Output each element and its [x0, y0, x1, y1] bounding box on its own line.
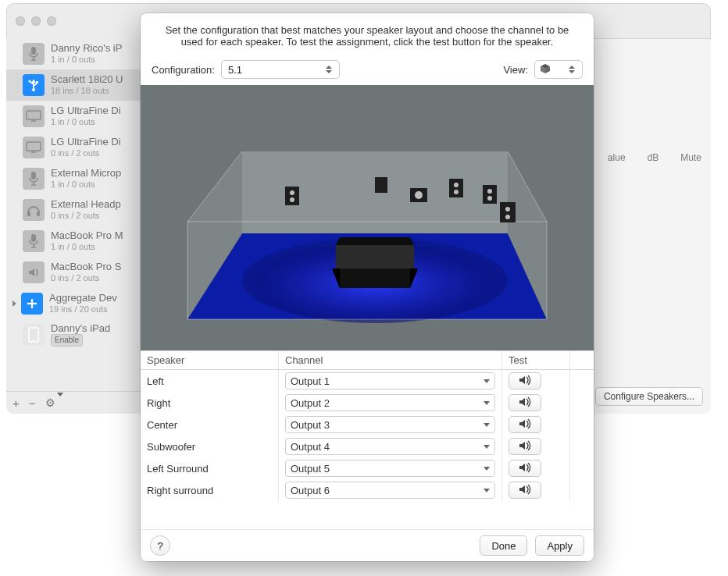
svg-rect-13	[31, 172, 36, 180]
svg-marker-33	[336, 245, 414, 268]
svg-point-44	[505, 215, 510, 219]
svg-rect-18	[31, 234, 36, 242]
channel-value: Output 3	[291, 419, 330, 431]
svg-point-38	[290, 197, 294, 202]
svg-rect-9	[27, 111, 41, 119]
device-name: External Headp	[51, 199, 121, 211]
speaker-name: Subwoofer	[141, 436, 279, 457]
speaker-center-icon	[375, 177, 387, 193]
device-io: 1 in / 0 outs	[51, 242, 123, 252]
apply-button[interactable]: Apply	[535, 535, 584, 556]
configuration-label: Configuration:	[152, 64, 215, 76]
ipad-icon	[23, 324, 45, 346]
chevron-down-icon	[484, 423, 490, 427]
channel-select[interactable]: Output 5	[285, 460, 495, 477]
chevron-right-icon[interactable]	[12, 300, 16, 307]
device-io: 0 ins / 2 outs	[51, 148, 121, 158]
speaker-name: Right surround	[141, 479, 279, 501]
speaker-layout-3d-view[interactable]	[141, 85, 594, 350]
channel-columns: alue dB Mute	[608, 152, 701, 169]
sound-icon	[518, 418, 532, 432]
configure-speakers-button[interactable]: Configure Speakers...	[595, 387, 703, 406]
channel-select[interactable]: Output 3	[285, 416, 495, 433]
svg-point-37	[290, 190, 294, 195]
plus-icon	[21, 293, 43, 315]
couch-icon	[332, 237, 418, 288]
svg-point-45	[415, 191, 423, 199]
channel-value: Output 1	[291, 375, 330, 387]
test-speaker-button[interactable]	[509, 438, 541, 455]
device-io: 0 ins / 2 outs	[51, 211, 121, 221]
configuration-value: 5.1	[228, 64, 242, 76]
svg-point-40	[454, 190, 459, 194]
sound-icon	[518, 375, 532, 388]
speaker-name: Left	[141, 370, 279, 393]
device-name: Danny Rico's iP	[51, 43, 122, 55]
chevron-down-icon	[484, 489, 490, 492]
device-name: Aggregate Dev	[49, 293, 117, 304]
chevron-down-icon	[484, 445, 490, 449]
configuration-select[interactable]: 5.1	[221, 60, 340, 79]
column-speaker[interactable]: Speaker	[141, 351, 279, 370]
display-icon	[23, 105, 45, 127]
add-device-button[interactable]: +	[12, 397, 20, 409]
column-mute: Mute	[680, 152, 701, 169]
column-channel[interactable]: Channel	[279, 351, 502, 370]
chevron-down-icon	[484, 379, 490, 383]
channel-select[interactable]: Output 2	[285, 394, 495, 411]
svg-point-43	[505, 207, 510, 212]
column-test[interactable]: Test	[502, 351, 570, 370]
svg-marker-34	[336, 237, 414, 245]
device-name: Scarlett 18i20 U	[51, 74, 123, 86]
test-speaker-button[interactable]	[509, 482, 541, 499]
channel-select[interactable]: Output 1	[285, 372, 495, 389]
test-speaker-button[interactable]	[509, 394, 541, 411]
svg-rect-11	[27, 142, 41, 151]
device-name: Danny's iPad	[51, 323, 110, 335]
channel-value: Output 4	[291, 441, 330, 453]
chevron-down-icon	[484, 467, 490, 471]
configure-speakers-sheet: Set the configuration that best matches …	[141, 13, 594, 561]
svg-rect-17	[37, 212, 40, 216]
device-name: MacBook Pro M	[51, 230, 123, 242]
sound-icon	[518, 396, 532, 410]
device-name: MacBook Pro S	[51, 261, 121, 273]
headphones-icon	[23, 199, 45, 221]
table-row: SubwooferOutput 4	[141, 436, 594, 457]
table-row: Left SurroundOutput 5	[141, 457, 594, 479]
table-row: CenterOutput 3	[141, 414, 594, 436]
channel-value: Output 2	[291, 397, 330, 409]
svg-marker-32	[332, 268, 418, 288]
test-speaker-button[interactable]	[509, 416, 541, 433]
device-io: 1 in / 0 outs	[51, 180, 121, 190]
done-button[interactable]: Done	[480, 535, 527, 556]
device-name: LG UltraFine Di	[51, 105, 121, 117]
device-io: 19 ins / 20 outs	[49, 304, 117, 315]
svg-point-39	[454, 183, 459, 187]
svg-rect-6	[36, 81, 38, 84]
svg-point-24	[33, 340, 34, 341]
channel-select[interactable]: Output 6	[285, 482, 495, 499]
sheet-help-button[interactable]: ?	[150, 535, 170, 556]
view-select[interactable]	[534, 60, 583, 79]
gear-menu-button[interactable]: ⚙︎	[45, 396, 63, 409]
remove-device-button[interactable]: −	[29, 397, 36, 409]
channel-value: Output 6	[291, 485, 330, 496]
svg-point-8	[28, 80, 30, 82]
table-row: RightOutput 2	[141, 392, 594, 414]
table-row: Right surroundOutput 6	[141, 479, 594, 501]
enable-badge[interactable]: Enable	[51, 334, 83, 347]
display-icon	[23, 137, 45, 158]
table-row: LeftOutput 1	[141, 370, 594, 393]
svg-point-42	[487, 196, 492, 201]
speaker-left-front-icon	[285, 187, 299, 205]
sheet-footer: ? Done Apply	[141, 529, 594, 561]
column-value: alue	[608, 152, 626, 169]
device-io: 1 in / 0 outs	[51, 117, 121, 127]
cube-icon	[540, 63, 551, 76]
channel-select[interactable]: Output 4	[285, 438, 495, 455]
device-io: 18 ins / 18 outs	[51, 86, 123, 96]
device-io: 1 in / 0 outs	[51, 55, 122, 65]
test-speaker-button[interactable]	[509, 460, 541, 477]
test-speaker-button[interactable]	[509, 372, 541, 389]
